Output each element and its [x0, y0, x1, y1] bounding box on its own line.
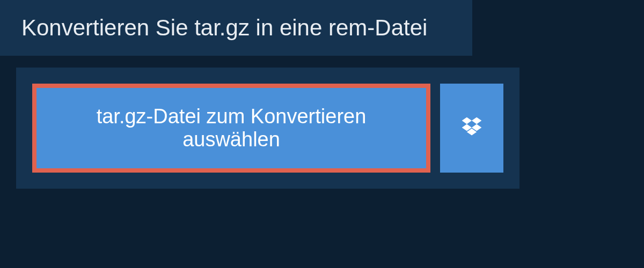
page-title: Konvertieren Sie tar.gz in eine rem-Date…: [21, 15, 451, 41]
select-file-label: tar.gz-Datei zum Konvertieren auswählen: [47, 105, 415, 151]
dropbox-button[interactable]: [440, 84, 503, 173]
select-file-button[interactable]: tar.gz-Datei zum Konvertieren auswählen: [32, 84, 430, 173]
upload-panel: tar.gz-Datei zum Konvertieren auswählen: [16, 68, 519, 189]
header-bar: Konvertieren Sie tar.gz in eine rem-Date…: [0, 0, 472, 56]
dropbox-icon: [460, 115, 484, 141]
